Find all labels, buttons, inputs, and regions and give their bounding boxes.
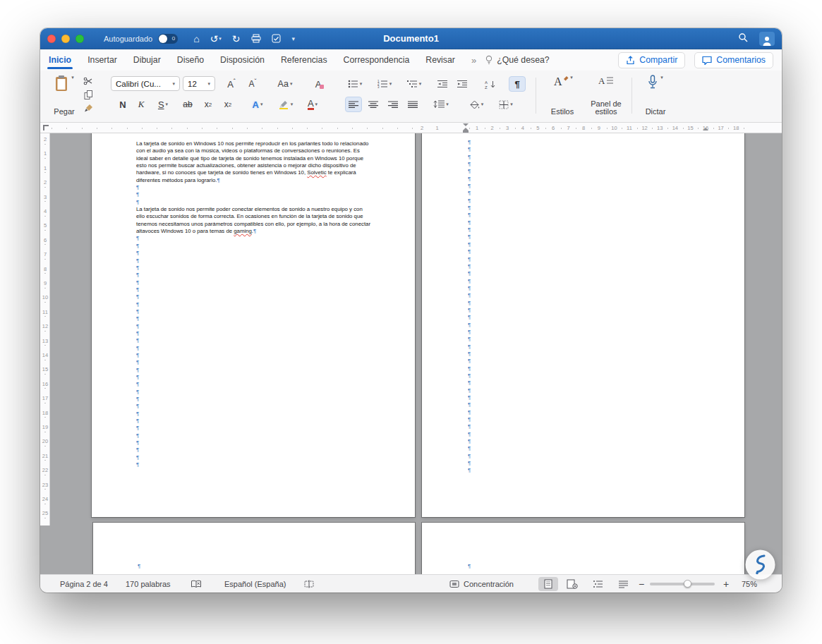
zoom-slider[interactable] <box>650 583 715 585</box>
editor-assistant-button[interactable] <box>744 549 776 581</box>
paste-chevron-icon[interactable]: ▾ <box>71 75 74 80</box>
qat-overflow-button[interactable]: ▾ <box>292 35 296 42</box>
page-a-content[interactable]: La tarjeta de sonido en Windows 10 nos p… <box>92 133 415 517</box>
view-draft-button[interactable] <box>613 577 633 591</box>
format-painter-button[interactable] <box>81 102 95 114</box>
text-effects-button[interactable]: A▾ <box>246 97 269 112</box>
account-icon[interactable] <box>759 32 775 46</box>
bullets-button[interactable]: ▾ <box>344 76 366 92</box>
tab-revisar[interactable]: Revisar <box>425 49 455 71</box>
autosave-toggle[interactable]: o <box>158 34 178 44</box>
multilevel-list-button[interactable]: ▾ <box>403 76 425 92</box>
tab-disposicion[interactable]: Disposición <box>220 49 265 71</box>
justify-icon <box>408 101 418 109</box>
search-icon[interactable] <box>738 32 748 45</box>
show-formatting-marks-button[interactable]: ¶ <box>509 76 526 92</box>
view-outline-button[interactable] <box>588 577 608 591</box>
page-b-content[interactable]: ¶¶¶¶¶¶¶¶¶¶¶¶¶¶¶¶¶¶¶¶¶¶¶¶¶¶¶¶¶¶¶¶¶¶¶¶¶¶¶¶… <box>422 133 744 517</box>
minimize-button[interactable] <box>61 35 70 43</box>
clear-formatting-button[interactable]: A <box>310 76 329 92</box>
decrease-indent-button[interactable] <box>434 76 451 92</box>
cut-button[interactable] <box>81 75 95 87</box>
comments-button[interactable]: Comentarios <box>694 52 773 68</box>
page-d-content[interactable]: ¶ <box>422 523 744 574</box>
underline-button[interactable]: S▾ <box>152 97 174 112</box>
tab-dibujar[interactable]: Dibujar <box>133 49 161 71</box>
home-icon[interactable]: ⌂ <box>193 34 199 44</box>
view-web-layout-button[interactable] <box>562 577 582 591</box>
spellcheck-status-icon[interactable] <box>191 580 202 588</box>
tab-diseno[interactable]: Diseño <box>177 49 204 71</box>
tab-inicio[interactable]: Inicio <box>49 49 71 71</box>
borders-grid-icon <box>499 100 509 109</box>
redo-button[interactable]: ↻ <box>232 34 241 44</box>
tell-me-button[interactable]: ¿Qué desea? <box>485 55 550 65</box>
ruler-tick <box>44 316 46 317</box>
zoom-out-button[interactable]: − <box>639 578 644 590</box>
print-button[interactable] <box>251 34 261 43</box>
first-line-indent-marker[interactable] <box>463 123 469 126</box>
document-page-bottom-left[interactable]: ¶ <box>93 523 415 574</box>
styles-button[interactable]: A ▾ Estilos <box>544 75 581 116</box>
tab-correspondencia[interactable]: Correspondencia <box>344 49 410 71</box>
tab-insertar[interactable]: Insertar <box>87 49 117 71</box>
numbering-button[interactable]: 123▾ <box>373 76 396 92</box>
paste-button[interactable]: ▾ Pegar <box>47 75 81 116</box>
document-page-top-right[interactable]: ¶¶¶¶¶¶¶¶¶¶¶¶¶¶¶¶¶¶¶¶¶¶¶¶¶¶¶¶¶¶¶¶¶¶¶¶¶¶¶¶… <box>422 133 744 517</box>
font-color-button[interactable]: A▾ <box>301 97 324 112</box>
sort-button[interactable]: AZ <box>480 76 500 92</box>
borders-button[interactable]: ▾ <box>495 97 517 112</box>
highlight-button[interactable]: ▾ <box>274 97 297 112</box>
grow-font-button[interactable]: Aˆ <box>222 76 241 92</box>
empty-paragraph-mark: ¶ <box>136 461 371 468</box>
share-button[interactable]: Compartir <box>618 52 685 68</box>
undo-chevron-icon[interactable]: ▾ <box>219 34 222 44</box>
page-count-status[interactable]: Página 2 de 4 <box>60 580 108 588</box>
italic-button[interactable]: K <box>133 97 149 112</box>
change-case-button[interactable]: Aa▾ <box>273 76 297 92</box>
font-size-select[interactable]: 12▾ <box>183 76 215 91</box>
shrink-font-button[interactable]: Aˇ <box>243 76 262 92</box>
superscript-button[interactable]: x2 <box>219 97 236 112</box>
view-print-layout-button[interactable] <box>538 577 558 591</box>
ruler-number: 2 <box>491 125 494 131</box>
shading-button[interactable]: ▾ <box>465 97 488 112</box>
zoom-percentage[interactable]: 75% <box>742 580 757 588</box>
undo-button[interactable]: ↺▾ <box>210 34 222 44</box>
ruler-number: 18 <box>40 410 50 416</box>
font-name-select[interactable]: Calibri (Cu...▾ <box>111 76 180 91</box>
empty-paragraph-mark: ¶ <box>468 329 744 336</box>
line-spacing-button[interactable]: ▾ <box>430 97 452 112</box>
align-right-button[interactable] <box>385 97 401 112</box>
language-status[interactable]: Español (España) <box>224 580 286 588</box>
document-page-top-left[interactable]: La tarjeta de sonido en Windows 10 nos p… <box>92 133 415 517</box>
page-c-content[interactable]: ¶ <box>93 523 415 574</box>
dictate-chevron-icon[interactable]: ▾ <box>660 75 663 80</box>
fullscreen-button[interactable] <box>75 35 84 43</box>
bold-button[interactable]: N <box>115 97 131 112</box>
document-canvas[interactable]: 2112345678910111213141516171819202122232… <box>40 133 782 574</box>
increase-indent-button[interactable] <box>454 76 471 92</box>
copy-button[interactable] <box>81 88 95 101</box>
justify-button[interactable] <box>404 97 421 112</box>
text-selection-icon[interactable] <box>304 580 314 588</box>
tabs-overflow-button[interactable]: » <box>471 55 476 66</box>
underline-chevron-icon[interactable]: ▾ <box>166 102 169 107</box>
close-button[interactable] <box>47 35 56 43</box>
dictate-button[interactable]: ▾ Dictar <box>639 75 672 116</box>
styles-chevron-icon[interactable]: ▾ <box>570 75 573 80</box>
align-center-button[interactable] <box>365 97 382 112</box>
focus-mode-toggle[interactable]: Concentración <box>464 580 514 588</box>
zoom-slider-thumb[interactable] <box>684 580 691 588</box>
styles-pane-button[interactable]: A Panel de estilos <box>585 75 627 116</box>
zoom-in-button[interactable]: + <box>723 578 729 590</box>
subscript-button[interactable]: x2 <box>200 97 217 112</box>
document-page-bottom-right[interactable]: ¶ <box>422 523 744 574</box>
review-check-button[interactable] <box>272 34 281 43</box>
tab-referencias[interactable]: Referencias <box>281 49 327 71</box>
strikethrough-button[interactable]: ab <box>179 97 197 112</box>
tab-stop-selector[interactable] <box>43 125 49 130</box>
word-count-status[interactable]: 170 palabras <box>126 580 171 588</box>
align-left-button[interactable] <box>345 97 362 112</box>
left-indent-marker[interactable] <box>463 130 469 133</box>
